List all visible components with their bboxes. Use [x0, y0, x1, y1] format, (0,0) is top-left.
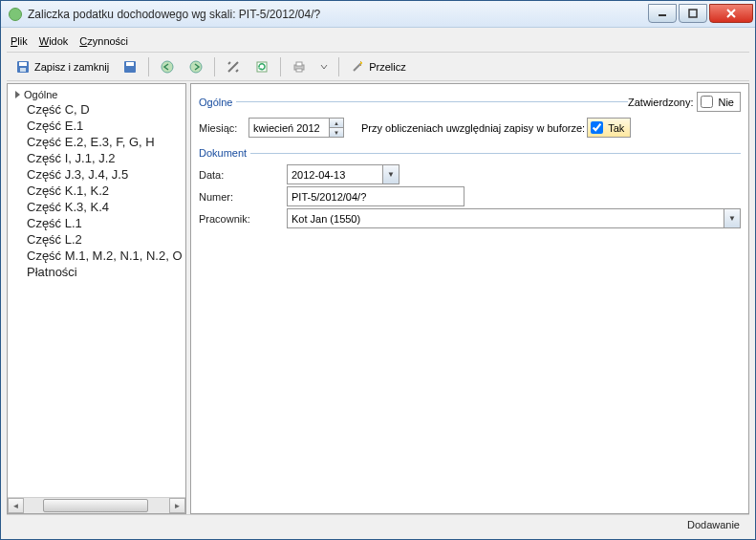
- save-button[interactable]: [118, 56, 142, 77]
- scroll-thumb[interactable]: [43, 499, 148, 512]
- employee-combo[interactable]: Kot Jan (1550) ▼: [287, 208, 741, 228]
- nav-item[interactable]: Płatności: [10, 264, 184, 280]
- nav-item[interactable]: Część L.2: [10, 231, 184, 248]
- back-icon: [160, 59, 175, 75]
- save-close-button[interactable]: Zapisz i zamknij: [11, 56, 114, 77]
- navigation-panel: Ogólne Część C, D Część E.1 Część E.2, E…: [7, 83, 186, 514]
- menu-view[interactable]: Widok: [39, 35, 69, 47]
- svg-rect-5: [126, 62, 134, 66]
- recalculate-button[interactable]: Przelicz: [345, 56, 411, 77]
- nav-item[interactable]: Część E.2, E.3, F, G, H: [10, 134, 184, 150]
- toolbar-separator: [214, 57, 215, 76]
- back-button[interactable]: [155, 56, 180, 77]
- app-window: Zaliczka podatku dochodowego wg skali: P…: [0, 0, 756, 540]
- recalculate-label: Przelicz: [369, 61, 406, 73]
- menu-actions[interactable]: Czynności: [79, 35, 128, 47]
- svg-rect-11: [296, 69, 302, 72]
- dropdown-icon[interactable]: ▼: [724, 209, 740, 227]
- toolbar-separator: [280, 57, 281, 76]
- svg-rect-3: [20, 68, 26, 72]
- svg-point-12: [360, 62, 362, 64]
- window-buttons: [648, 6, 755, 23]
- forward-icon: [188, 59, 204, 75]
- spin-up-icon[interactable]: ▲: [329, 119, 343, 127]
- forward-button[interactable]: [184, 56, 208, 77]
- magic-wand-icon: [350, 59, 365, 75]
- date-picker[interactable]: 2012-04-13 ▼: [287, 164, 400, 184]
- number-input[interactable]: [287, 186, 464, 206]
- group-general-label: Ogólne: [199, 97, 232, 108]
- approved-value: Nie: [716, 97, 740, 108]
- number-label: Numer:: [199, 191, 287, 203]
- approved-checkbox[interactable]: [701, 96, 713, 108]
- toolbar: Zapisz i zamknij: [7, 53, 749, 81]
- menubar: Plik Widok Czynności: [7, 33, 749, 53]
- scroll-left-arrow[interactable]: ◄: [8, 498, 24, 513]
- svg-rect-10: [296, 62, 302, 66]
- scroll-right-arrow[interactable]: ►: [169, 498, 185, 513]
- buffer-value: Tak: [606, 122, 630, 134]
- status-text: Dodawanie: [687, 519, 740, 530]
- tools-button[interactable]: [221, 56, 246, 77]
- group-divider: [250, 153, 741, 154]
- tools-icon: [226, 59, 241, 75]
- nav-root[interactable]: Ogólne: [10, 88, 184, 101]
- toolbar-separator: [148, 57, 149, 76]
- nav-item[interactable]: Część K.1, K.2: [10, 183, 184, 199]
- group-divider: [236, 101, 628, 102]
- nav-item[interactable]: Część K.3, K.4: [10, 199, 184, 215]
- employee-value: Kot Jan (1550): [288, 209, 724, 227]
- close-button[interactable]: [709, 4, 753, 23]
- svg-rect-2: [19, 62, 27, 66]
- nav-item[interactable]: Część L.1: [10, 215, 184, 231]
- minimize-button[interactable]: [648, 4, 677, 23]
- refresh-button[interactable]: [249, 56, 274, 77]
- close-icon: [726, 9, 736, 18]
- save-disk-icon: [122, 59, 138, 75]
- toolbar-separator: [338, 57, 339, 76]
- statusbar: Dodawanie: [7, 514, 749, 533]
- app-icon: [9, 8, 22, 21]
- month-spinner[interactable]: kwiecień 2012 ▲ ▼: [248, 118, 344, 138]
- menu-file[interactable]: Plik: [11, 35, 28, 47]
- scroll-track[interactable]: [24, 498, 169, 513]
- date-label: Data:: [199, 169, 287, 181]
- buffer-checkbox[interactable]: [591, 121, 603, 134]
- maximize-button[interactable]: [679, 4, 707, 23]
- group-document: Dokument: [199, 147, 741, 159]
- buffer-label: Przy obliczeniach uwzględniaj zapisy w b…: [361, 122, 585, 134]
- chevron-down-icon: [320, 59, 328, 75]
- nav-item[interactable]: Część I, J.1, J.2: [10, 150, 184, 166]
- print-icon: [292, 59, 307, 75]
- month-label: Miesiąc:: [199, 122, 248, 134]
- print-dropdown[interactable]: [315, 56, 333, 77]
- window-title: Zaliczka podatku dochodowego wg skali: P…: [28, 8, 648, 21]
- nav-item[interactable]: Część E.1: [10, 118, 184, 134]
- nav-root-label: Ogólne: [24, 89, 57, 100]
- refresh-icon: [254, 59, 270, 75]
- nav-item[interactable]: Część M.1, M.2, N.1, N.2, O: [10, 248, 184, 264]
- nav-item[interactable]: Część C, D: [10, 101, 184, 118]
- print-button[interactable]: [287, 56, 312, 77]
- date-value: 2012-04-13: [288, 165, 382, 184]
- nav-tree: Ogólne Część C, D Część E.1 Część E.2, E…: [8, 84, 185, 497]
- approved-toggle[interactable]: Nie: [697, 92, 741, 112]
- employee-label: Pracownik:: [199, 213, 287, 225]
- group-general: Ogólne Zatwierdzony: Nie: [199, 92, 741, 112]
- save-close-label: Zapisz i zamknij: [34, 61, 109, 73]
- approved-label: Zatwierdzony:: [628, 97, 693, 108]
- dropdown-icon[interactable]: ▼: [382, 165, 399, 184]
- month-value: kwiecień 2012: [249, 119, 324, 137]
- buffer-toggle[interactable]: Tak: [587, 118, 631, 138]
- svg-rect-0: [689, 10, 697, 17]
- save-icon: [15, 59, 31, 75]
- body-split: Ogólne Część C, D Część E.1 Część E.2, E…: [7, 83, 749, 514]
- form-panel: Ogólne Zatwierdzony: Nie Miesiąc: kwieci…: [190, 83, 749, 514]
- nav-item[interactable]: Część J.3, J.4, J.5: [10, 166, 184, 183]
- minimize-icon: [658, 9, 667, 18]
- group-document-label: Dokument: [199, 147, 247, 159]
- client-area: Plik Widok Czynności Zapisz i zamknij: [1, 28, 755, 539]
- horizontal-scrollbar[interactable]: ◄ ►: [8, 497, 185, 513]
- spin-down-icon[interactable]: ▼: [329, 127, 343, 137]
- maximize-icon: [688, 9, 698, 18]
